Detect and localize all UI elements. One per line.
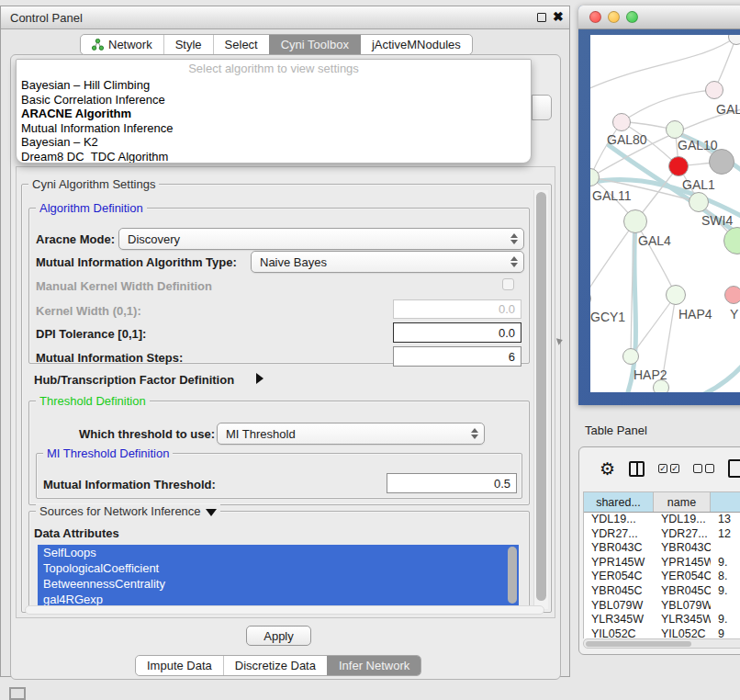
- dropdown-item[interactable]: Dream8 DC_TDC Algorithm: [17, 150, 531, 164]
- attribute-item[interactable]: SelfLoops: [38, 545, 519, 560]
- network-node[interactable]: [723, 227, 740, 254]
- table-cell[interactable]: 9.: [711, 556, 740, 570]
- tab-jactivemnodules[interactable]: jActiveMNodules: [360, 35, 472, 54]
- control-panel-titlebar: Control Panel ✖: [1, 6, 569, 29]
- new-table-icon[interactable]: [728, 459, 740, 478]
- column-header-partial[interactable]: [711, 492, 740, 512]
- table-cell[interactable]: YER054C: [654, 570, 711, 584]
- table-cell[interactable]: YIL052C: [584, 627, 654, 638]
- table-cell[interactable]: YLR345W: [584, 613, 654, 627]
- table-cell[interactable]: 12: [711, 527, 740, 542]
- close-icon[interactable]: ✖: [553, 9, 564, 24]
- network-node[interactable]: [666, 120, 684, 139]
- dropdown-item[interactable]: ARACNE Algorithm: [17, 107, 531, 121]
- dpi-tolerance-field[interactable]: 0.0: [393, 322, 521, 343]
- dropdown-item[interactable]: Mutual Information Inference: [17, 121, 531, 136]
- table-cell[interactable]: YDR27...: [584, 527, 654, 542]
- network-node[interactable]: [724, 286, 740, 304]
- aracne-mode-combo[interactable]: Discovery: [118, 228, 524, 250]
- network-node[interactable]: [668, 156, 689, 176]
- table-cell[interactable]: 13: [711, 513, 740, 527]
- sources-disclosure-icon[interactable]: [206, 509, 217, 516]
- mi-steps-field[interactable]: 6: [393, 346, 521, 367]
- dropdown-item[interactable]: Basic Correlation Inference: [17, 93, 531, 107]
- table-cell[interactable]: YDR27...: [654, 527, 711, 542]
- gear-icon[interactable]: ⚙: [600, 458, 615, 480]
- network-node[interactable]: [622, 348, 639, 365]
- table-cell[interactable]: YLR345W: [654, 613, 711, 627]
- table-cell[interactable]: 9.: [711, 613, 740, 627]
- table-cell[interactable]: 8.: [711, 570, 740, 584]
- network-node[interactable]: [623, 209, 647, 233]
- tab-network-label: Network: [108, 38, 152, 51]
- table-cell[interactable]: YER054C: [584, 570, 654, 584]
- tab-network[interactable]: Network: [81, 35, 163, 54]
- network-node[interactable]: [728, 35, 740, 45]
- node-label: GAL10: [678, 138, 718, 152]
- attribute-item[interactable]: BetweennessCentrality: [38, 576, 519, 592]
- window-title: Control Panel: [1, 11, 83, 25]
- column-header-name[interactable]: name: [654, 492, 711, 512]
- network-node[interactable]: [666, 285, 686, 305]
- tab-infer-network[interactable]: Infer Network: [327, 656, 420, 675]
- attributes-scrollbar-thumb[interactable]: [508, 547, 517, 604]
- apply-button[interactable]: Apply: [246, 626, 311, 646]
- settings-scrollbar-thumb[interactable]: [536, 192, 546, 601]
- combo-arrows-icon: [510, 256, 518, 267]
- table-hscrollbar[interactable]: [583, 638, 740, 649]
- network-node[interactable]: [653, 379, 669, 392]
- table-cell[interactable]: [711, 541, 740, 556]
- tab-select[interactable]: Select: [213, 35, 269, 54]
- network-node[interactable]: [705, 81, 723, 99]
- tab-cyni-toolbox[interactable]: Cyni Toolbox: [269, 35, 360, 54]
- table-cell[interactable]: YPR145W: [584, 556, 654, 570]
- tab-discretize-data[interactable]: Discretize Data: [223, 656, 327, 675]
- table-cell[interactable]: YBR045C: [654, 584, 711, 599]
- manual-kernel-checkbox[interactable]: [502, 278, 514, 290]
- table-cell[interactable]: YBL079W: [654, 599, 711, 614]
- hub-disclosure-icon[interactable]: [256, 373, 263, 384]
- network-canvas[interactable]: GALGAL80GAL10GAL1GAL11SWI4GAL4GCY1HAP4YH…: [590, 35, 740, 392]
- table-cell[interactable]: 9: [711, 627, 740, 638]
- network-node[interactable]: [590, 290, 591, 307]
- deselect-all-columns-icon[interactable]: [693, 464, 714, 473]
- node-label: Y: [730, 307, 738, 322]
- dock-icon-partial: [9, 687, 26, 700]
- split-columns-icon[interactable]: [629, 461, 645, 477]
- settings-scrollbar[interactable]: [533, 190, 548, 609]
- select-all-columns-icon[interactable]: ✓✓: [658, 464, 679, 473]
- table-cell[interactable]: [711, 599, 740, 614]
- table-cell[interactable]: YBR043C: [654, 541, 711, 556]
- table-cell[interactable]: YPR145W: [654, 556, 711, 570]
- network-node[interactable]: [590, 168, 600, 186]
- algorithm-dropdown-list: Bayesian – Hill ClimbingBasic Correlatio…: [17, 78, 531, 164]
- float-icon[interactable]: [537, 13, 546, 22]
- which-threshold-combo[interactable]: MI Threshold: [217, 423, 485, 445]
- network-node[interactable]: [709, 149, 734, 175]
- column-header-shared[interactable]: shared...: [584, 492, 654, 512]
- table-cell[interactable]: YBR043C: [584, 541, 654, 556]
- table-cell[interactable]: YDL19...: [584, 513, 654, 527]
- dropdown-item[interactable]: Bayesian – K2: [17, 135, 531, 150]
- zoom-traffic-light-icon[interactable]: [626, 11, 638, 23]
- data-attributes-list[interactable]: SelfLoopsTopologicalCoefficientBetweenne…: [38, 545, 519, 607]
- table-cell[interactable]: YBR045C: [584, 584, 654, 599]
- mi-threshold-field[interactable]: 0.5: [387, 473, 517, 493]
- table-hscrollbar-thumb[interactable]: [586, 641, 691, 647]
- network-node[interactable]: [612, 113, 631, 131]
- close-traffic-light-icon[interactable]: [589, 11, 601, 23]
- attribute-item[interactable]: TopologicalCoefficient: [38, 560, 519, 576]
- tab-impute-data-label: Impute Data: [147, 659, 212, 672]
- network-node[interactable]: [689, 192, 709, 212]
- dropdown-item[interactable]: Bayesian – Hill Climbing: [17, 78, 531, 93]
- tab-impute-data[interactable]: Impute Data: [136, 656, 223, 675]
- mi-type-combo[interactable]: Naive Bayes: [251, 251, 524, 273]
- minimize-traffic-light-icon[interactable]: [608, 11, 620, 23]
- kernel-width-field[interactable]: 0.0: [393, 299, 521, 319]
- tab-style[interactable]: Style: [163, 35, 213, 54]
- attributes-hscrollbar[interactable]: [25, 605, 544, 615]
- table-cell[interactable]: YBL079W: [584, 599, 654, 614]
- table-cell[interactable]: YDL19...: [654, 513, 711, 527]
- table-cell[interactable]: 9.: [711, 584, 740, 599]
- table-cell[interactable]: YIL052C: [654, 627, 711, 638]
